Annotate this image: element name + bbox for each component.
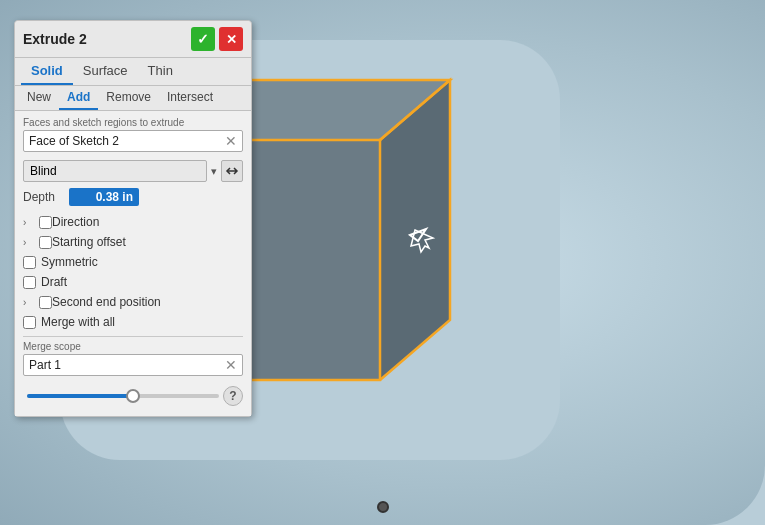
draft-checkbox[interactable]	[23, 276, 36, 289]
tab-new[interactable]: New	[19, 86, 59, 110]
depth-input[interactable]: 0.38 in	[69, 188, 139, 206]
merge-scope-value: Part 1	[29, 358, 225, 372]
extrude-panel: Extrude 2 Solid Surface Thin New Add Rem…	[14, 20, 252, 417]
flip-icon	[225, 164, 239, 178]
depth-label: Depth	[23, 190, 63, 204]
starting-offset-checkbox[interactable]	[39, 236, 52, 249]
flip-direction-button[interactable]	[221, 160, 243, 182]
symmetric-checkbox[interactable]	[23, 256, 36, 269]
panel-header: Extrude 2	[15, 21, 251, 58]
tab-thin[interactable]: Thin	[138, 58, 183, 85]
panel-body: Faces and sketch regions to extrude Face…	[15, 111, 251, 416]
slider-thumb[interactable]	[126, 389, 140, 403]
second-end-checkbox[interactable]	[39, 296, 52, 309]
depth-row: Depth 0.38 in	[23, 188, 243, 206]
starting-offset-expand-icon: ›	[23, 237, 35, 248]
symmetric-row: Symmetric	[23, 252, 243, 272]
merge-with-all-checkbox[interactable]	[23, 316, 36, 329]
direction-row[interactable]: › Direction	[23, 212, 243, 232]
type-tabs: Solid Surface Thin	[15, 58, 251, 86]
end-type-select[interactable]: Blind Symmetric To face	[23, 160, 207, 182]
second-end-expand-icon: ›	[23, 297, 35, 308]
draft-row: Draft	[23, 272, 243, 292]
direction-label: Direction	[52, 215, 99, 229]
tab-intersect[interactable]: Intersect	[159, 86, 221, 110]
merge-scope-clear-button[interactable]: ✕	[225, 358, 237, 372]
bottom-dot-indicator	[377, 501, 389, 513]
slider-fill	[27, 394, 133, 398]
direction-expand-icon: ›	[23, 217, 35, 228]
tab-solid[interactable]: Solid	[21, 58, 73, 85]
starting-offset-row[interactable]: › Starting offset	[23, 232, 243, 252]
tab-remove[interactable]: Remove	[98, 86, 159, 110]
confirm-button[interactable]	[191, 27, 215, 51]
starting-offset-label: Starting offset	[52, 235, 126, 249]
end-type-row: Blind Symmetric To face ▾	[23, 160, 243, 182]
merge-scope-row: Part 1 ✕	[23, 354, 243, 376]
second-end-row[interactable]: › Second end position	[23, 292, 243, 312]
faces-input-value: Face of Sketch 2	[29, 134, 225, 148]
operation-tabs: New Add Remove Intersect	[15, 86, 251, 111]
help-button[interactable]: ?	[223, 386, 243, 406]
draft-label: Draft	[41, 275, 67, 289]
faces-label: Faces and sketch regions to extrude	[23, 117, 243, 128]
merge-scope-label: Merge scope	[23, 341, 243, 352]
close-button[interactable]	[219, 27, 243, 51]
direction-checkbox[interactable]	[39, 216, 52, 229]
slider-row: ?	[23, 382, 243, 410]
tab-surface[interactable]: Surface	[73, 58, 138, 85]
tab-add[interactable]: Add	[59, 86, 98, 110]
faces-clear-button[interactable]: ✕	[225, 134, 237, 148]
merge-with-all-label: Merge with all	[41, 315, 115, 329]
panel-title: Extrude 2	[23, 31, 191, 47]
divider	[23, 336, 243, 337]
dropdown-arrow-icon: ▾	[211, 165, 217, 178]
slider-track[interactable]	[27, 394, 219, 398]
second-end-label: Second end position	[52, 295, 161, 309]
merge-with-all-row: Merge with all	[23, 312, 243, 332]
faces-input-row: Face of Sketch 2 ✕	[23, 130, 243, 152]
symmetric-label: Symmetric	[41, 255, 98, 269]
